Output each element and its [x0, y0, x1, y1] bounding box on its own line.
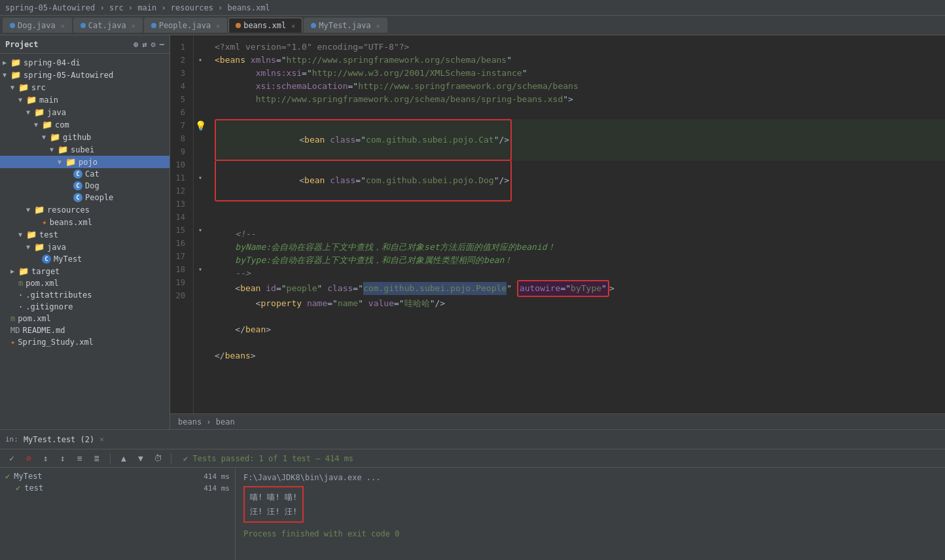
test-tree-mytest[interactable]: ✔ MyTest 414 ms [3, 470, 232, 482]
code-text-3e: " [522, 67, 527, 80]
toolbar-btn-down[interactable]: ▼ [134, 452, 147, 465]
code-text-15o: > [609, 282, 615, 295]
code-text-11: <!-- [215, 228, 256, 241]
gutter-fold-2[interactable]: ▾ [198, 54, 202, 67]
code-editor[interactable]: <?xml version="1.0" encoding="UTF-8"?> <… [207, 35, 945, 413]
sidebar-item-gitignore[interactable]: · .gitignore [0, 301, 169, 313]
tab-close-dog[interactable]: ✕ [61, 22, 65, 29]
toolbar-btn-align-right[interactable]: ≣ [90, 452, 103, 465]
code-line-5: http://www.springframework.org/schema/be… [215, 93, 945, 106]
test-tree: ✔ MyTest 414 ms ✔ test 414 ms [0, 468, 236, 560]
sidebar-item-dog[interactable]: C Dog [0, 180, 169, 192]
toolbar-sep-2 [171, 453, 171, 464]
toolbar-btn-align-left[interactable]: ≡ [73, 452, 86, 465]
sidebar-item-test-java[interactable]: ▼ 📁 java [0, 241, 169, 253]
code-text-7e: com.github.subei.pojo.Cat [366, 135, 494, 145]
gutter-fold-18[interactable]: ▾ [198, 263, 202, 276]
sidebar-item-com[interactable]: ▼ 📁 com [0, 118, 169, 131]
sidebar-item-subei[interactable]: ▼ 📁 subei [0, 143, 169, 156]
tab-close-cat[interactable]: ✕ [132, 22, 135, 29]
code-text-15g: class [327, 282, 353, 295]
arrow-test: ▼ [18, 231, 26, 238]
tab-close-mytest[interactable]: ✕ [376, 22, 380, 29]
code-text-5c: "> [563, 93, 573, 106]
code-line-10 [215, 215, 945, 228]
test-tree-test[interactable]: ✔ test 414 ms [3, 482, 232, 494]
code-text-3a [215, 67, 256, 80]
arrow-github: ▼ [42, 133, 50, 141]
sidebar-item-target[interactable]: ▶ 📁 target [0, 265, 169, 277]
tab-people[interactable]: People.java ✕ [144, 18, 228, 33]
tab-label-mytest: MyTest.java [319, 21, 370, 30]
code-text-15a: < [215, 282, 240, 295]
code-line-17 [215, 310, 945, 323]
tab-dog[interactable]: Dog.java ✕ [3, 18, 72, 33]
tab-dot-dog [10, 23, 15, 28]
sidebar-item-spring04[interactable]: ▶ 📁 spring-04-di [0, 56, 169, 69]
tab-close-people[interactable]: ✕ [216, 22, 220, 29]
sidebar-item-beans-xml[interactable]: ✦ beans.xml [0, 216, 169, 228]
sidebar-item-pom1[interactable]: m pom.xml [0, 277, 169, 289]
sidebar-item-gitattr[interactable]: · .gitattributes [0, 289, 169, 301]
sidebar-label-people: People [85, 193, 113, 202]
sidebar-label-java: java [47, 108, 66, 117]
sidebar-item-test[interactable]: ▼ 📁 test [0, 228, 169, 241]
sidebar-item-src[interactable]: ▼ 📁 src [0, 81, 169, 94]
sidebar-icon-sync[interactable]: ⇄ [142, 40, 147, 49]
code-text-8c: class [330, 175, 355, 185]
sidebar-item-readme[interactable]: MD README.md [0, 324, 169, 336]
top-breadcrumb: spring-05-Autowired › src › main › resou… [0, 0, 945, 16]
toolbar-btn-check[interactable]: ✓ [5, 452, 18, 465]
editor-content: 1 2 3 4 5 6 7 8 9 10 11 12 13 14 15 16 1… [170, 35, 945, 413]
sidebar-label-mytest: MyTest [54, 254, 82, 264]
sidebar-label-dog: Dog [85, 181, 99, 190]
sidebar-item-main[interactable]: ▼ 📁 main [0, 94, 169, 106]
sidebar-icon-plus[interactable]: ⊕ [134, 40, 138, 49]
sidebar-label-beans-xml: beans.xml [50, 218, 92, 227]
toolbar-btn-sort-za[interactable]: ↕ [56, 452, 69, 465]
code-line-13: byType:会自动在容器上下文中查找，和自己对象属性类型相同的bean！ [215, 254, 945, 267]
sidebar-icon-minus[interactable]: – [160, 40, 164, 49]
sidebar-item-github[interactable]: ▼ 📁 github [0, 131, 169, 143]
gutter-fold-15[interactable]: ▾ [198, 224, 202, 237]
toolbar-btn-up[interactable]: ▲ [117, 452, 130, 465]
sidebar-item-pom2[interactable]: m pom.xml [0, 313, 169, 324]
tab-cat[interactable]: Cat.java ✕ [73, 18, 143, 33]
tab-mytest[interactable]: MyTest.java ✕ [304, 18, 387, 33]
sidebar-item-spring05[interactable]: ▼ 📁 spring-05-Autowired [0, 69, 169, 81]
sidebar-item-cat[interactable]: C Cat [0, 168, 169, 180]
sidebar-item-pojo[interactable]: ▼ 📁 pojo [0, 156, 169, 168]
folder-icon-test: 📁 [26, 230, 37, 239]
tab-close-beans[interactable]: ✕ [291, 22, 295, 29]
code-line-16: <property name="name" value="哇哈哈"/> [215, 297, 945, 310]
toolbar-btn-sort-az[interactable]: ↕ [39, 452, 52, 465]
bottom-panel-tab-label[interactable]: MyTest.test (2) [24, 435, 94, 444]
file-icon-gitattr: · [18, 290, 23, 300]
tab-label-beans: beans.xml [243, 21, 286, 30]
code-text-7c: class [330, 135, 355, 145]
test-pass-icon: ✔ [183, 454, 192, 463]
line-num-16: 16 [173, 237, 190, 250]
sidebar-icon-gear[interactable]: ⚙ [151, 40, 156, 49]
bottom-panel-close[interactable]: ✕ [99, 435, 104, 444]
code-line-18: </bean> [215, 323, 945, 336]
sidebar-item-java[interactable]: ▼ 📁 java [0, 106, 169, 118]
gutter-fold-11[interactable]: ▾ [198, 171, 202, 184]
toolbar-btn-stop[interactable]: ⊘ [22, 452, 35, 465]
sidebar-item-people[interactable]: C People [0, 192, 169, 203]
line-num-11: 11 [173, 171, 190, 184]
sidebar-label-com: com [55, 120, 69, 130]
sidebar-item-mytest[interactable]: C MyTest [0, 253, 169, 265]
toolbar-btn-clock[interactable]: ⏱ [151, 452, 164, 465]
test-check-test: ✔ [16, 483, 20, 493]
tab-dot-cat [80, 23, 86, 28]
code-highlight-box-8: <bean class="com.github.subei.pojo.Dog"/… [215, 161, 512, 201]
code-text-2d: http://www.springframework.org/schema/be… [287, 54, 507, 67]
code-text-2c: =" [276, 54, 287, 67]
line-num-9: 9 [173, 145, 190, 158]
xml-icon-beans: ✦ [42, 217, 47, 227]
code-text-15c: id [266, 282, 276, 295]
tab-beans[interactable]: beans.xml ✕ [228, 18, 302, 33]
sidebar-item-resources[interactable]: ▼ 📁 resources [0, 203, 169, 216]
sidebar-item-springstudy[interactable]: ✦ Spring_Study.xml [0, 336, 169, 348]
